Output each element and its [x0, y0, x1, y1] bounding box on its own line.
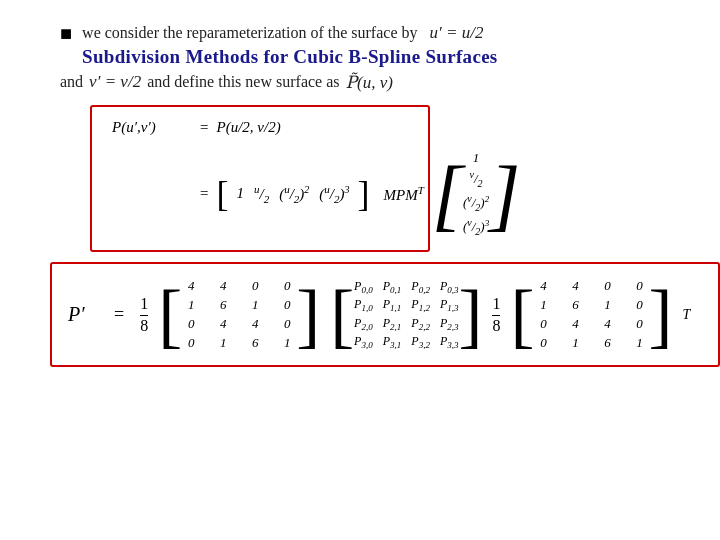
eq-row-2: = [ 1 u/2 (u/2)2 (u/2)3 ] MPMT [ 1 v/2 (…: [112, 150, 408, 239]
frac-den-right: 8: [492, 316, 500, 335]
A-3-0: 0: [182, 335, 200, 351]
rv-1: 1: [236, 185, 244, 202]
matrix-P-grid: P0,0 P0,1 P0,2 P0,3 P1,0 P1,1 P1,2 P1,3 …: [354, 279, 458, 351]
matrix-P-bracket-left: [: [330, 279, 354, 351]
col-cell-1: 1: [473, 150, 480, 167]
transpose-T: T: [418, 184, 424, 196]
slide-title: Subdivision Methods for Cubic B-Spline S…: [82, 46, 497, 68]
A2-3-3: 1: [630, 335, 648, 351]
row-bracket-left: [: [216, 176, 228, 212]
P-3-3: P3,3: [440, 334, 459, 350]
col-cell-3: (v/2)2: [463, 192, 489, 214]
matrix-A2-bracket-left: [: [510, 279, 534, 351]
P-2-2: P2,2: [411, 316, 430, 332]
eq-rhs-1: P(u/2, v/2): [216, 119, 280, 136]
P-2-1: P2,1: [383, 316, 402, 332]
A-3-2: 6: [246, 335, 264, 351]
A-1-3: 0: [278, 297, 296, 313]
P-1-2: P1,2: [411, 297, 430, 313]
bottom-eq-sign: =: [114, 304, 124, 325]
P-1-3: P1,3: [440, 297, 459, 313]
eq-equals-1: =: [200, 119, 208, 136]
P-0-1: P0,1: [383, 279, 402, 295]
P-0-0: P0,0: [354, 279, 373, 295]
matrix-P-bracket-right: ]: [458, 279, 482, 351]
P-3-0: P3,0: [354, 334, 373, 350]
P-2-3: P2,3: [440, 316, 459, 332]
equation-box-bottom: P′ = 1 8 [ 4 4 0 0 1 6 1 0 0 4 4 0 0: [50, 262, 720, 367]
P-0-2: P0,2: [411, 279, 430, 295]
p-prime-label: P′: [68, 303, 98, 326]
A-1-2: 1: [246, 297, 264, 313]
matrix-A2-bracket-right: ]: [648, 279, 672, 351]
v-formula: v′ = v/2: [89, 72, 141, 92]
eq-row-1: P(u′,v′) = P(u/2, v/2): [112, 119, 408, 136]
P-1-0: P1,0: [354, 297, 373, 313]
A2-1-2: 1: [598, 297, 616, 313]
A2-2-1: 4: [566, 316, 584, 332]
matrix-A-bracket-right: ]: [296, 279, 320, 351]
col-vector-cells: 1 v/2 (v/2)2 (v/2)3: [463, 150, 489, 239]
A-0-3: 0: [278, 278, 296, 294]
eq-lhs-1: P(u′,v′): [112, 119, 192, 136]
eq-equals-2: =: [200, 185, 208, 202]
A2-0-2: 0: [598, 278, 616, 294]
A2-3-2: 6: [598, 335, 616, 351]
and-define-text: and define this new surface as: [147, 73, 339, 91]
matrix-A-bracket-left: [: [158, 279, 182, 351]
P-3-2: P3,2: [411, 334, 430, 350]
A2-0-3: 0: [630, 278, 648, 294]
equation-box-top: P(u′,v′) = P(u/2, v/2) = [ 1 u/2 (u/2)2 …: [90, 105, 430, 253]
A-0-1: 4: [214, 278, 232, 294]
bullet-icon: ■: [60, 22, 72, 45]
P-1-1: P1,1: [383, 297, 402, 313]
A2-2-3: 0: [630, 316, 648, 332]
header-section: ■ we consider the reparameterization of …: [60, 20, 690, 93]
rv-3: (u/2)2: [279, 183, 309, 205]
A-2-2: 4: [246, 316, 264, 332]
matrix-A-left: [ 4 4 0 0 1 6 1 0 0 4 4 0 0 1 6 1 ]: [158, 278, 320, 351]
fraction-1-8-right: 1 8: [492, 294, 500, 334]
col-vector-matrix: [ 1 v/2 (v/2)2 (v/2)3 ]: [432, 150, 521, 239]
A2-0-1: 4: [566, 278, 584, 294]
A2-2-0: 0: [534, 316, 552, 332]
col-cell-2: v/2: [470, 168, 483, 190]
matrix-A2: [ 4 4 0 0 1 6 1 0 0 4 4 0 0 1 6 1 ]: [510, 278, 672, 351]
fraction-1-8: 1 8: [140, 294, 148, 334]
matrix-A-grid: 4 4 0 0 1 6 1 0 0 4 4 0 0 1 6 1: [182, 278, 296, 351]
header-text-block: we consider the reparameterization of th…: [82, 20, 497, 68]
mpm-text: MPMT: [383, 184, 423, 204]
slide-container: ■ we consider the reparameterization of …: [0, 0, 720, 540]
and-text: and: [60, 73, 83, 91]
A2-1-0: 1: [534, 297, 552, 313]
A-1-0: 1: [182, 297, 200, 313]
A2-1-1: 6: [566, 297, 584, 313]
A-3-3: 1: [278, 335, 296, 351]
P-0-3: P0,3: [440, 279, 459, 295]
matrix-P: [ P0,0 P0,1 P0,2 P0,3 P1,0 P1,1 P1,2 P1,…: [330, 279, 482, 351]
row-bracket-right: ]: [357, 176, 369, 212]
rv-4: (u/2)3: [319, 183, 349, 205]
A-0-2: 0: [246, 278, 264, 294]
A2-3-0: 0: [534, 335, 552, 351]
frac-numerator: 1: [140, 294, 148, 315]
A-2-1: 4: [214, 316, 232, 332]
P-3-1: P3,1: [383, 334, 402, 350]
matrix-A2-grid: 4 4 0 0 1 6 1 0 0 4 4 0 0 1 6 1: [534, 278, 648, 351]
A-2-0: 0: [182, 316, 200, 332]
and-line: and v′ = v/2 and define this new surface…: [60, 72, 690, 93]
row-vector: 1 u/2 (u/2)2 (u/2)3: [236, 183, 349, 205]
transpose-T-bottom: T: [682, 307, 690, 323]
u-prime-formula: u′ = u/2: [429, 23, 483, 42]
bullet-row: ■ we consider the reparameterization of …: [60, 20, 690, 68]
A2-3-1: 1: [566, 335, 584, 351]
col-bracket-right: ]: [489, 154, 520, 234]
P-2-0: P2,0: [354, 316, 373, 332]
intro-text: we consider the reparameterization of th…: [82, 20, 497, 46]
A-2-3: 0: [278, 316, 296, 332]
eq-lhs-2: [112, 185, 192, 202]
A-1-1: 6: [214, 297, 232, 313]
A2-2-2: 4: [598, 316, 616, 332]
A2-1-3: 0: [630, 297, 648, 313]
col-cell-4: (v/2)3: [463, 216, 489, 238]
